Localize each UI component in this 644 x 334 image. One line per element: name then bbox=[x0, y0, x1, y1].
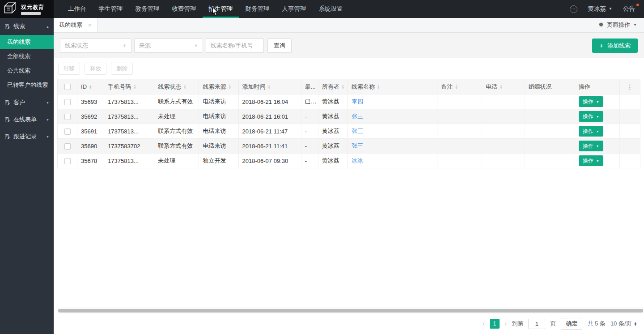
nav-item-fee-mgmt[interactable]: 收费管理 bbox=[166, 0, 203, 18]
add-clue-button[interactable]: + 添加线索 bbox=[592, 39, 638, 53]
user-menu[interactable]: 黄冰荔 ▼ bbox=[588, 5, 612, 13]
column-header-remark[interactable]: 备注▲▼ bbox=[437, 79, 482, 94]
sidebar-group-follow-records[interactable]: 跟进记录▼ bbox=[0, 128, 54, 145]
chevron-down-icon: ▼ bbox=[123, 43, 127, 48]
select-all-checkbox[interactable] bbox=[64, 84, 71, 90]
cell-tel bbox=[482, 139, 525, 154]
sidebar-item-my-clues[interactable]: 我的线索 bbox=[0, 35, 54, 49]
column-header-label: 添加时间 bbox=[242, 83, 266, 90]
table-header-row: ID▲▼手机号码▲▼线索状态▲▼线索来源▲▼添加时间▲▼最...所有者▲▼线索名… bbox=[58, 79, 640, 94]
cell-marital bbox=[525, 94, 575, 109]
table-row: 3567817375813...未处理独立开发2018-06-07 09:30-… bbox=[58, 154, 640, 168]
page-size-select[interactable]: 10 条/页 ▲▼ bbox=[610, 320, 637, 328]
row-checkbox[interactable] bbox=[64, 99, 71, 105]
transfer-button[interactable]: 转移 bbox=[58, 63, 80, 75]
page-number-1[interactable]: 1 bbox=[490, 319, 500, 329]
sort-icon[interactable]: ▲▼ bbox=[377, 84, 380, 89]
column-header-last[interactable]: 最... bbox=[301, 79, 318, 94]
keyword-input[interactable] bbox=[206, 39, 264, 53]
add-clue-label: 添加线索 bbox=[607, 42, 631, 50]
sort-icon[interactable]: ▲▼ bbox=[89, 85, 92, 90]
confirm-button[interactable]: 确定 bbox=[561, 318, 582, 330]
goto-page-input[interactable] bbox=[528, 319, 545, 329]
tab-my-clues[interactable]: 我的线索 ✕ bbox=[54, 18, 97, 32]
nav-item-workbench[interactable]: 工作台 bbox=[62, 0, 93, 18]
cell-phone: 17375813... bbox=[104, 154, 154, 168]
search-button[interactable]: 查询 bbox=[267, 39, 292, 53]
sidebar-group-online-forms[interactable]: 在线表单▼ bbox=[0, 111, 54, 128]
column-header-status[interactable]: 线索状态▲▼ bbox=[154, 79, 199, 94]
nav-item-finance-mgmt[interactable]: 财务管理 bbox=[239, 0, 276, 18]
main-content: 我的线索 ✕ 页面操作 ▼ 线索状态 ▼ 来源 ▼ 查询 + 添加线索 bbox=[54, 18, 644, 334]
clue-name-link[interactable]: 冰冰 bbox=[352, 157, 363, 164]
row-checkbox[interactable] bbox=[64, 128, 71, 135]
nav-item-hr-mgmt[interactable]: 人事管理 bbox=[276, 0, 313, 18]
column-header-label: ID bbox=[81, 84, 87, 90]
sort-icon[interactable]: ▲▼ bbox=[455, 84, 458, 89]
sort-icon[interactable]: ▲▼ bbox=[500, 84, 502, 89]
next-page-icon[interactable]: › bbox=[504, 320, 507, 327]
sort-icon[interactable]: ▲▼ bbox=[228, 84, 231, 89]
nav-item-academic-mgmt[interactable]: 教务管理 bbox=[129, 0, 166, 18]
sidebar-item-converted-clues[interactable]: 已转客户的线索 bbox=[0, 78, 54, 92]
topnav-menu: 工作台学生管理教务管理收费管理招生管理财务管理人事管理系统设置 bbox=[62, 0, 349, 18]
clue-name-link[interactable]: 张三 bbox=[352, 128, 363, 134]
column-header-name[interactable]: 线索名称▲▼ bbox=[347, 79, 437, 94]
sidebar-item-all-clues[interactable]: 全部线索 bbox=[0, 49, 54, 64]
page-actions-dropdown[interactable]: 页面操作 ▼ bbox=[591, 18, 644, 32]
row-action-button[interactable]: 操作▼ bbox=[579, 155, 603, 166]
row-checkbox[interactable] bbox=[64, 158, 71, 164]
clue-name-link[interactable]: 李四 bbox=[352, 98, 363, 105]
tabbar: 我的线索 ✕ 页面操作 ▼ bbox=[54, 18, 644, 33]
column-header-source[interactable]: 线索来源▲▼ bbox=[199, 79, 238, 94]
cell-extra bbox=[619, 94, 640, 109]
message-icon[interactable]: ⋯ bbox=[570, 5, 577, 13]
cell-tel bbox=[482, 154, 525, 168]
cell-extra bbox=[619, 139, 640, 154]
sort-icon[interactable]: ▲▼ bbox=[342, 84, 344, 89]
nav-item-student-mgmt[interactable]: 学生管理 bbox=[93, 0, 129, 18]
release-button[interactable]: 释放 bbox=[85, 63, 106, 75]
column-header-action[interactable]: 操作 bbox=[575, 79, 619, 94]
column-header-marital[interactable]: 婚姻状况 bbox=[525, 79, 575, 94]
column-header-added[interactable]: 添加时间▲▼ bbox=[238, 79, 301, 94]
column-header-owner[interactable]: 所有者▲▼ bbox=[318, 79, 347, 94]
sort-icon[interactable]: ▲▼ bbox=[183, 84, 186, 89]
clue-status-select[interactable]: 线索状态 ▼ bbox=[60, 39, 131, 53]
column-header-label: 操作 bbox=[579, 83, 590, 90]
close-icon[interactable]: ✕ bbox=[88, 22, 92, 28]
sidebar-group-label: 在线表单 bbox=[13, 116, 37, 124]
row-action-button[interactable]: 操作▼ bbox=[579, 111, 603, 122]
cell-extra bbox=[619, 109, 640, 124]
clue-status-placeholder: 线索状态 bbox=[65, 42, 88, 50]
sidebar-group-customers[interactable]: 客户▼ bbox=[0, 94, 54, 111]
clue-name-link[interactable]: 张三 bbox=[352, 113, 363, 120]
row-action-button[interactable]: 操作▼ bbox=[579, 126, 603, 137]
sort-icon[interactable]: ▲▼ bbox=[133, 84, 136, 89]
column-header-phone[interactable]: 手机号码▲▼ bbox=[104, 79, 154, 94]
row-checkbox[interactable] bbox=[64, 114, 71, 120]
cell-owner: 黄冰荔 bbox=[318, 139, 347, 154]
sidebar-group-clues[interactable]: 线索▲ bbox=[0, 18, 54, 35]
page-actions-label: 页面操作 bbox=[607, 21, 630, 29]
notice-link[interactable]: 公告 bbox=[623, 5, 635, 13]
column-header-id[interactable]: ID▲▼ bbox=[77, 79, 104, 94]
scrollbar-thumb[interactable] bbox=[58, 309, 643, 313]
sort-icon[interactable]: ▲▼ bbox=[268, 84, 271, 89]
nav-item-admission-mgmt[interactable]: 招生管理 bbox=[203, 0, 239, 18]
delete-button[interactable]: 删除 bbox=[111, 63, 133, 75]
horizontal-scrollbar[interactable] bbox=[57, 308, 644, 313]
cell-id: 35693 bbox=[77, 94, 104, 109]
sidebar-item-public-clues[interactable]: 公共线索 bbox=[0, 64, 54, 78]
prev-page-icon[interactable]: ‹ bbox=[483, 320, 485, 327]
column-header-tel[interactable]: 电话▲▼ bbox=[482, 79, 525, 94]
column-settings-icon[interactable]: ⋮ bbox=[627, 83, 633, 90]
row-checkbox[interactable] bbox=[64, 143, 71, 150]
nav-item-system-settings[interactable]: 系统设置 bbox=[313, 0, 349, 18]
chevron-up-icon: ▲ bbox=[46, 25, 49, 28]
notice-label: 公告 bbox=[623, 5, 635, 12]
row-action-button[interactable]: 操作▼ bbox=[579, 141, 603, 151]
row-action-button[interactable]: 操作▼ bbox=[579, 96, 603, 107]
clue-name-link[interactable]: 张三 bbox=[352, 142, 363, 149]
source-select[interactable]: 来源 ▼ bbox=[134, 39, 203, 53]
